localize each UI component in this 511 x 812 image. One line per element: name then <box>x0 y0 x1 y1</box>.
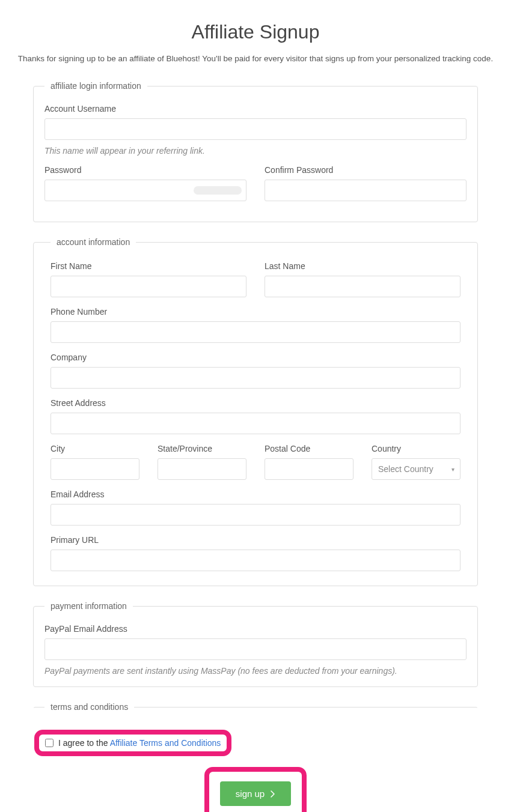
terms-checkbox[interactable] <box>45 739 54 747</box>
terms-legend: terms and conditions <box>44 702 134 712</box>
password-strength-indicator <box>194 186 242 195</box>
payment-legend: payment information <box>44 601 133 611</box>
last-name-input[interactable] <box>265 276 461 297</box>
intro-text: Thanks for signing up to be an affiliate… <box>15 54 496 63</box>
state-input[interactable] <box>158 458 246 480</box>
terms-highlight: I agree to the Affiliate Terms and Condi… <box>34 730 231 756</box>
city-input[interactable] <box>50 458 139 480</box>
email-label: Email Address <box>50 489 461 499</box>
confirm-password-input[interactable] <box>265 180 467 201</box>
country-select[interactable]: Select Country <box>372 458 461 480</box>
company-label: Company <box>50 353 461 362</box>
username-hint: This name will appear in your referring … <box>44 146 467 156</box>
signup-button-label: sign up <box>236 789 265 799</box>
signup-highlight: sign up <box>204 767 307 812</box>
password-label: Password <box>44 165 246 175</box>
page-title: Affiliate Signup <box>15 21 496 43</box>
confirm-password-label: Confirm Password <box>265 165 467 175</box>
account-legend: account information <box>50 237 136 247</box>
first-name-label: First Name <box>50 261 246 271</box>
login-fieldset: affiliate login information Account User… <box>33 81 478 222</box>
country-label: Country <box>372 444 461 453</box>
chevron-right-icon <box>271 790 275 798</box>
postal-label: Postal Code <box>265 444 353 453</box>
account-fieldset: account information First Name Last Name… <box>33 237 478 586</box>
email-input[interactable] <box>50 504 461 526</box>
payment-fieldset: payment information PayPal Email Address… <box>33 601 478 687</box>
street-input[interactable] <box>50 413 461 434</box>
terms-prefix: I agree to the <box>58 738 110 748</box>
url-input[interactable] <box>50 550 461 571</box>
terms-link[interactable]: Affiliate Terms and Conditions <box>110 738 221 748</box>
login-legend: affiliate login information <box>44 81 147 91</box>
paypal-input[interactable] <box>44 638 467 660</box>
signup-button[interactable]: sign up <box>220 781 291 806</box>
street-label: Street Address <box>50 398 461 408</box>
username-input[interactable] <box>44 118 467 140</box>
phone-label: Phone Number <box>50 307 461 317</box>
state-label: State/Province <box>158 444 246 453</box>
first-name-input[interactable] <box>50 276 246 297</box>
terms-fieldset: terms and conditions <box>33 702 478 725</box>
url-label: Primary URL <box>50 535 461 545</box>
company-input[interactable] <box>50 367 461 389</box>
last-name-label: Last Name <box>265 261 461 271</box>
username-label: Account Username <box>44 104 467 114</box>
paypal-hint: PayPal payments are sent instantly using… <box>44 666 467 676</box>
paypal-label: PayPal Email Address <box>44 624 467 634</box>
city-label: City <box>50 444 139 453</box>
postal-input[interactable] <box>265 458 353 480</box>
phone-input[interactable] <box>50 321 461 343</box>
